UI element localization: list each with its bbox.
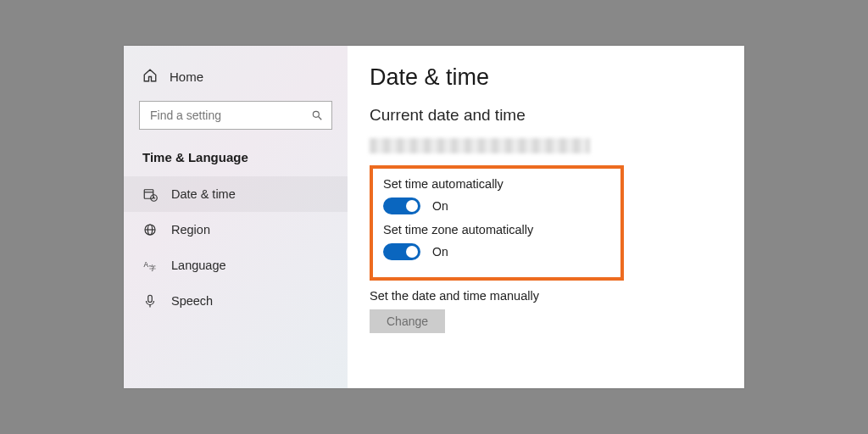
change-button[interactable]: Change bbox=[370, 309, 445, 333]
highlight-box: Set time automatically On Set time zone … bbox=[370, 165, 624, 281]
sidebar-item-label: Date & time bbox=[171, 187, 236, 201]
sidebar-item-label: Speech bbox=[171, 294, 213, 308]
page-title: Date & time bbox=[370, 64, 722, 91]
set-time-auto-row: On bbox=[383, 198, 610, 214]
set-time-auto-state: On bbox=[432, 199, 448, 213]
microphone-icon bbox=[142, 293, 158, 309]
set-tz-auto-toggle[interactable] bbox=[383, 243, 420, 260]
home-nav[interactable]: Home bbox=[124, 61, 348, 97]
home-icon bbox=[142, 68, 158, 86]
svg-rect-2 bbox=[144, 190, 153, 199]
sidebar-item-label: Language bbox=[171, 259, 226, 272]
sidebar: Home Time & Language Date & time bbox=[124, 46, 348, 388]
svg-line-6 bbox=[154, 198, 156, 199]
set-tz-auto-row: On bbox=[383, 243, 610, 260]
set-tz-auto-label: Set time zone automatically bbox=[383, 223, 610, 236]
manual-set-label: Set the date and time manually bbox=[370, 289, 722, 303]
sidebar-item-region[interactable]: Region bbox=[124, 212, 348, 248]
current-datetime-value bbox=[370, 138, 590, 153]
sidebar-item-date-time[interactable]: Date & time bbox=[124, 176, 348, 212]
language-icon: A 字 bbox=[142, 258, 158, 273]
globe-icon bbox=[142, 222, 158, 237]
svg-point-0 bbox=[313, 111, 319, 117]
svg-line-1 bbox=[319, 117, 322, 120]
sidebar-item-speech[interactable]: Speech bbox=[124, 283, 348, 319]
calendar-clock-icon bbox=[142, 186, 158, 202]
set-tz-auto-state: On bbox=[432, 245, 448, 259]
svg-text:A: A bbox=[144, 261, 149, 269]
sidebar-item-language[interactable]: A 字 Language bbox=[124, 248, 348, 283]
settings-window: Home Time & Language Date & time bbox=[124, 46, 744, 388]
sidebar-item-label: Region bbox=[171, 223, 210, 236]
section-heading: Current date and time bbox=[370, 106, 722, 125]
home-label: Home bbox=[170, 70, 203, 84]
category-title: Time & Language bbox=[124, 145, 348, 176]
svg-text:字: 字 bbox=[149, 264, 156, 272]
set-time-auto-toggle[interactable] bbox=[383, 198, 420, 214]
search-icon bbox=[311, 109, 323, 121]
set-time-auto-label: Set time automatically bbox=[383, 177, 610, 191]
main-panel: Date & time Current date and time Set ti… bbox=[348, 46, 744, 388]
search-box[interactable] bbox=[139, 101, 332, 130]
search-input[interactable] bbox=[148, 108, 311, 123]
svg-rect-12 bbox=[148, 295, 153, 302]
